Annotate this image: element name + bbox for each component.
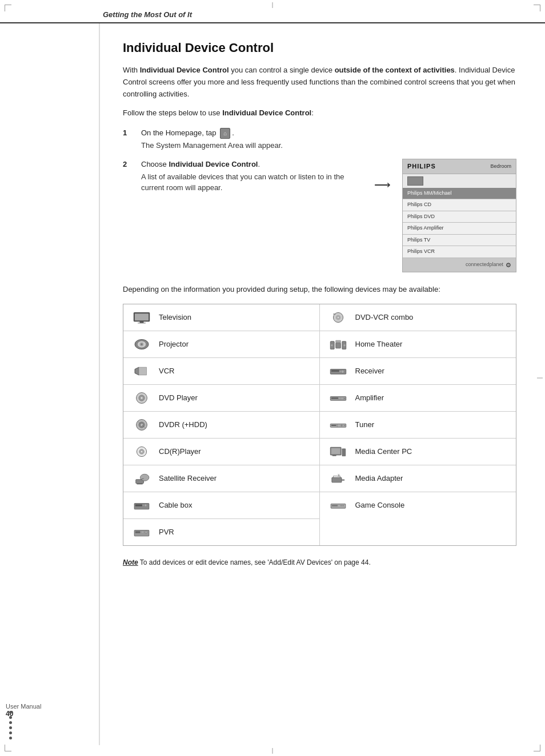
svg-point-28 <box>145 531 147 533</box>
device-icon-mediaadapter: )) <box>328 471 348 486</box>
device-label-mediaadapter: Media Adapter <box>355 474 403 482</box>
step-1-number: 1 <box>123 127 134 151</box>
intro-paragraph-2: Follow the steps below to use Individual… <box>123 107 516 119</box>
tick-bottom <box>272 748 273 754</box>
svg-rect-49 <box>331 425 336 426</box>
device-row-tuner: Tuner <box>320 412 516 439</box>
svg-rect-61 <box>331 505 337 506</box>
step-2-text: Choose Individual Device Control. A list… <box>141 159 363 194</box>
device-icon-dvdvcr <box>328 309 348 325</box>
svg-point-17 <box>141 451 143 453</box>
device-icon-mediapc <box>328 444 348 460</box>
philips-screenshot: PHILIPS Bedroom Philips MM/Michael Phili… <box>402 159 516 272</box>
svg-rect-56 <box>342 449 345 456</box>
philips-room: Bedroom <box>490 163 511 171</box>
step-1: 1 On the Homepage, tap ⌂. The System Man… <box>123 127 516 151</box>
header-title: Getting the Most Out of It <box>103 10 192 19</box>
device-label-cd: CD(R)Player <box>159 447 201 456</box>
device-label-projector: Projector <box>159 340 189 348</box>
device-icon-pvr <box>131 524 152 540</box>
bold-outside: outside of the context of activities <box>335 66 455 74</box>
svg-text:)): )) <box>338 473 340 477</box>
svg-point-63 <box>342 505 344 506</box>
svg-point-42 <box>339 371 341 373</box>
svg-rect-2 <box>140 321 144 323</box>
philips-footer: connectedplanet ⚙ <box>403 258 516 272</box>
svg-point-24 <box>145 504 146 506</box>
svg-rect-23 <box>135 504 142 506</box>
step-1-subtext: The System Management Area will appear. <box>141 140 516 151</box>
philips-top-button <box>407 176 423 186</box>
svg-rect-57 <box>331 477 341 482</box>
device-icon-amplifier <box>328 390 348 406</box>
device-label-gameconsole: Game Console <box>355 501 405 509</box>
device-row-vcr: VCR <box>123 358 319 385</box>
device-icon-cablebox <box>131 497 152 513</box>
left-column: Television Projector <box>123 304 320 545</box>
svg-rect-36 <box>335 340 340 343</box>
svg-point-62 <box>340 505 342 506</box>
device-icon-tv <box>131 309 152 325</box>
step-2-row: Choose Individual Device Control. A list… <box>141 159 516 272</box>
step-2-main-text: Choose Individual Device Control. <box>141 159 363 170</box>
device-label-satellite: Satellite Receiver <box>159 474 217 482</box>
svg-rect-35 <box>335 343 340 348</box>
dot-5 <box>9 731 12 734</box>
page-body: User Manual 40 Individual Device Control… <box>0 23 545 745</box>
dot-1 <box>9 711 12 714</box>
step-1-content: On the Homepage, tap ⌂. The System Manag… <box>141 127 516 151</box>
philips-logo: PHILIPS <box>407 162 436 171</box>
device-label-mediapc: Media Center PC <box>355 447 412 456</box>
device-icon-dvdr <box>131 417 152 433</box>
device-row-cablebox: Cable box <box>123 492 319 519</box>
tick-top <box>272 2 273 8</box>
device-row-mediapc: Media Center PC <box>320 439 516 465</box>
sidebar: User Manual 40 <box>0 23 100 745</box>
device-icon-hometheater <box>328 336 348 352</box>
svg-rect-1 <box>135 313 149 320</box>
home-button-icon: ⌂ <box>220 128 230 139</box>
device-label-dvdr: DVDR (+HDD) <box>159 420 207 429</box>
device-row-cd: CD(R)Player <box>123 439 319 465</box>
step-1-text: On the Homepage, tap ⌂. <box>141 127 516 139</box>
note-text: To add devices or edit device names, see… <box>138 558 371 566</box>
arrow-icon: ⟶ <box>372 176 393 193</box>
svg-rect-27 <box>135 531 141 533</box>
page-number: 40 <box>6 710 93 718</box>
step-2-content: Choose Individual Device Control. A list… <box>141 159 516 272</box>
svg-point-19 <box>140 474 149 481</box>
main-content: Individual Device Control With Individua… <box>100 23 545 745</box>
device-icon-cd <box>131 444 152 460</box>
philips-list-item-0: Philips MM/Michael <box>403 188 516 200</box>
device-icon-receiver <box>328 363 348 379</box>
philips-list-item-2: Philips DVD <box>403 211 516 223</box>
dot-3 <box>9 721 12 724</box>
page-wrapper: Getting the Most Out of It User Manual 4… <box>0 0 545 756</box>
note-section: Note To add devices or edit device names… <box>123 557 516 568</box>
device-row-satellite: Satellite Receiver <box>123 465 319 492</box>
device-row-tv: Television <box>123 304 319 331</box>
device-row-dvdr: DVDR (+HDD) <box>123 412 319 439</box>
svg-point-47 <box>344 398 345 399</box>
device-label-dvdvcr: DVD-VCR combo <box>355 313 414 321</box>
device-label-tuner: Tuner <box>355 420 374 429</box>
right-column: DVD-VCR combo <box>320 304 516 545</box>
device-row-dvd: DVD Player <box>123 385 319 412</box>
svg-point-38 <box>343 344 345 346</box>
device-label-amplifier: Amplifier <box>355 393 384 402</box>
svg-point-10 <box>141 397 142 399</box>
device-icon-dvd <box>131 390 152 406</box>
svg-point-37 <box>331 344 332 346</box>
svg-point-7 <box>141 343 142 345</box>
bold-idc-1: Individual Device Control <box>140 66 229 74</box>
philips-list-item-3: Philips Amplifier <box>403 223 516 235</box>
device-icon-tuner <box>328 417 348 433</box>
philips-list-item-4: Philips TV <box>403 235 516 247</box>
svg-rect-54 <box>331 448 340 454</box>
device-row-receiver: Receiver <box>320 358 516 385</box>
device-icon-projector <box>131 336 152 352</box>
corner-tr <box>534 5 540 11</box>
tick-right <box>537 378 543 379</box>
device-icon-satellite <box>131 471 152 486</box>
bold-idc-2: Individual Device Control <box>222 108 311 117</box>
